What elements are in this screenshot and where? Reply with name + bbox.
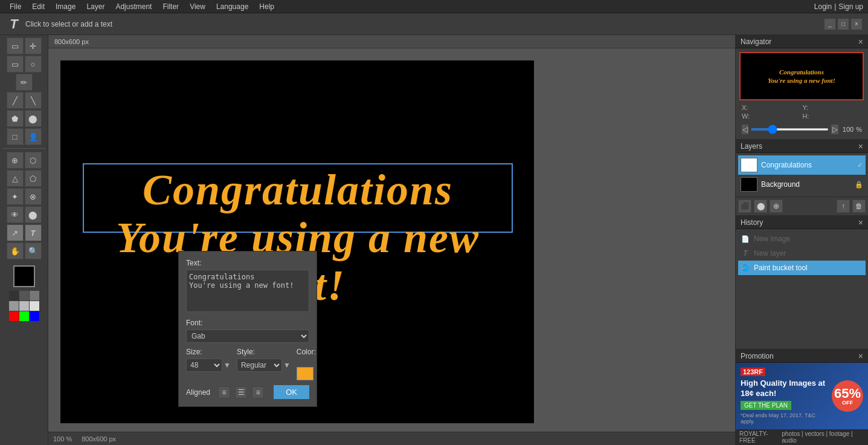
history-item-label-new-image: New image (754, 235, 790, 243)
magic-wand-tool[interactable]: ⊕ (7, 152, 24, 169)
menu-image[interactable]: Image (51, 1, 80, 12)
layer-item-congratulations[interactable]: Congratulations ✓ (738, 155, 866, 175)
navigator-coords: X: Y: W: H: (739, 103, 864, 121)
person-tool[interactable]: 👤 (25, 128, 42, 145)
canvas-container[interactable]: Congratulations You're using a new font!… (48, 48, 735, 432)
menu-edit[interactable]: Edit (27, 1, 50, 12)
smudge-tool[interactable]: ⬤ (25, 206, 42, 223)
brush-tool[interactable]: ╱ (7, 92, 24, 109)
heal-tool[interactable]: ⊗ (25, 188, 42, 205)
color-swatch-9[interactable] (30, 311, 39, 321)
poly-tool[interactable]: ⬠ (25, 170, 42, 187)
gradient-tool[interactable]: ⬤ (25, 110, 42, 127)
text-tool[interactable]: T (25, 224, 42, 241)
foreground-color-swatch[interactable] (13, 265, 35, 287)
hand-tool[interactable]: ✋ (7, 242, 24, 259)
zoom-slider[interactable] (751, 128, 829, 131)
align-right-btn[interactable]: ≡ (252, 386, 264, 398)
menu-filter[interactable]: Filter (158, 1, 184, 12)
login-separator: | (834, 2, 836, 11)
ellipse-select-tool[interactable]: ○ (25, 56, 42, 73)
rect-shape-tool[interactable]: □ (7, 128, 24, 145)
history-close-btn[interactable]: × (858, 218, 863, 227)
canvas-area: 800x600 px Congratulations You're using … (48, 35, 735, 445)
color-swatch-6[interactable] (30, 301, 39, 311)
color-pick-tool[interactable]: ✦ (7, 188, 24, 205)
polygon-select-tool[interactable]: ⬡ (25, 152, 42, 169)
size-select[interactable]: 12182436486072 (186, 359, 222, 372)
promo-cta-btn[interactable]: GET THE PLAN (741, 401, 791, 410)
eraser-tool[interactable]: ╲ (25, 92, 42, 109)
aligned-label: Aligned (186, 388, 213, 397)
navigator-content: Congratulations You're using a new font!… (736, 48, 868, 139)
canvas[interactable]: Congratulations You're using a new font!… (60, 60, 534, 423)
menu-file[interactable]: File (5, 1, 26, 12)
navigator-zoom-bar: ◁ ▷ 100 % (739, 123, 864, 135)
zoom-percent: % (856, 126, 862, 133)
layer-visibility-congratulations[interactable]: ✓ (857, 161, 863, 169)
navigator-close-btn[interactable]: × (858, 37, 863, 47)
color-swatch-4[interactable] (9, 301, 19, 311)
style-select[interactable]: RegularBoldItalicBold Italic (237, 359, 282, 372)
promo-content[interactable]: 123RF High Quality Images at 18¢ each! G… (736, 363, 868, 429)
style-label: Style: (237, 348, 291, 356)
fill-tool[interactable]: ⬟ (7, 110, 24, 127)
navigator-title: Navigator (741, 37, 771, 46)
move-layer-up-btn[interactable]: ↑ (837, 200, 850, 213)
zoom-out-btn[interactable]: ◁ (742, 125, 748, 134)
new-adjustment-btn[interactable]: ⊕ (770, 200, 783, 213)
arrow-tool[interactable]: ↗ (7, 224, 24, 241)
align-left-btn[interactable]: ≡ (218, 386, 230, 398)
right-panel: Navigator × Congratulations You're using… (735, 35, 868, 445)
history-content: 📄 New image T New layer 🪣 Paint bucket t… (736, 229, 868, 278)
color-swatch-3[interactable] (30, 291, 39, 300)
history-item-new-layer[interactable]: T New layer (738, 246, 866, 261)
minimize-window-btn[interactable]: _ (825, 19, 835, 30)
color-swatch-2[interactable] (19, 291, 29, 300)
paint-bucket-history-icon: 🪣 (741, 263, 750, 273)
color-swatch-8[interactable] (19, 311, 29, 321)
align-center-btn[interactable]: ☰ (235, 386, 247, 398)
layers-title: Layers (741, 142, 762, 151)
zoom-in-btn[interactable]: ▷ (831, 125, 838, 134)
history-item-new-image[interactable]: 📄 New image (738, 232, 866, 246)
menu-language[interactable]: Language (211, 1, 253, 12)
menu-help[interactable]: Help (254, 1, 279, 12)
text-input[interactable]: Congratulations You're using a new font! (186, 270, 309, 312)
ok-button[interactable]: OK (274, 385, 309, 399)
maximize-window-btn[interactable]: □ (838, 19, 849, 30)
navigator-preview-text: Congratulations You're using a new font! (768, 68, 835, 85)
layer-item-background[interactable]: Background 🔒 (738, 175, 866, 194)
canvas-tab-label: 800x600 px (54, 38, 89, 45)
new-group-btn[interactable]: ⬛ (738, 200, 751, 213)
layers-close-btn[interactable]: × (858, 141, 863, 151)
pencil-tool[interactable]: ✏ (16, 74, 33, 91)
zoom-tool[interactable]: 🔍 (25, 242, 42, 259)
color-swatch-1[interactable] (9, 291, 19, 300)
select-tool[interactable]: ▭ (7, 37, 24, 54)
rect-select-tool[interactable]: ▭ (7, 56, 24, 73)
menu-view[interactable]: View (185, 1, 210, 12)
font-select[interactable]: Gab Arial Times New Roman Verdana (186, 330, 309, 343)
menu-adjustment[interactable]: Adjustment (111, 1, 156, 12)
layer-name-congratulations: Congratulations (761, 161, 854, 169)
promo-footer: ROYALTY-FREE photos | vectors | footage … (736, 429, 868, 445)
promotion-close-btn[interactable]: × (858, 351, 863, 361)
delete-layer-btn[interactable]: 🗑 (852, 200, 866, 213)
color-swatch-dialog[interactable] (297, 367, 313, 380)
login-link[interactable]: Login (814, 2, 832, 11)
triangle-tool[interactable]: △ (7, 170, 24, 187)
color-swatch-7[interactable] (9, 311, 19, 321)
lasso-tool[interactable]: ✛ (25, 37, 42, 54)
signup-link[interactable]: Sign up (838, 2, 863, 11)
menu-layer[interactable]: Layer (82, 1, 109, 12)
color-swatches-grid (9, 291, 39, 321)
history-item-paint-bucket[interactable]: 🪣 Paint bucket tool (738, 261, 866, 275)
close-window-btn[interactable]: × (851, 19, 862, 30)
new-layer-from-btn[interactable]: ⬤ (754, 200, 767, 213)
promo-inner: 123RF High Quality Images at 18¢ each! G… (736, 363, 868, 429)
color-swatch-5[interactable] (19, 301, 29, 311)
promotion-panel: Promotion × 123RF High Quality Images at… (736, 349, 868, 445)
clone-tool[interactable]: 👁 (7, 206, 24, 223)
zoom-value: 100 (841, 126, 854, 133)
